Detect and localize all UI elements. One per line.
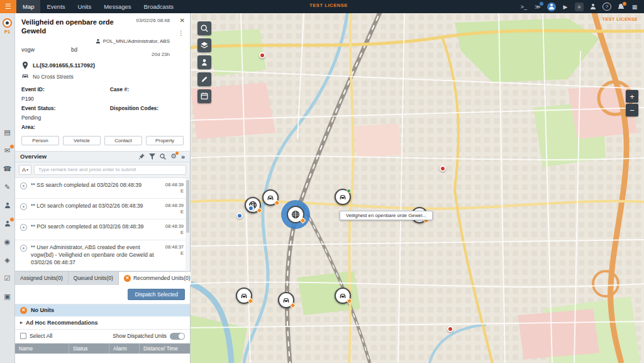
- scrollbar[interactable]: [186, 178, 190, 271]
- tab-queued-units[interactable]: Queued Units(0): [69, 272, 119, 285]
- map-timeline-icon[interactable]: [197, 89, 211, 103]
- unit-marker[interactable]: [262, 189, 279, 206]
- person-button[interactable]: Person: [21, 136, 59, 145]
- avatar-icon[interactable]: [547, 3, 556, 11]
- selected-event-marker[interactable]: [287, 206, 304, 223]
- show-dispatched-toggle[interactable]: [170, 333, 185, 340]
- filter-icon[interactable]: [149, 154, 155, 160]
- event-location[interactable]: LL(52.091655,5.117092): [33, 62, 95, 69]
- operator-name: POL_MNL/Administrator, ABS: [103, 38, 170, 44]
- map-canvas[interactable]: [191, 13, 644, 363]
- gear-icon[interactable]: ⚙: [170, 152, 177, 160]
- phone-icon[interactable]: ☎: [3, 164, 13, 173]
- attachments-icon[interactable]: ✎: [3, 182, 13, 191]
- unit-marker[interactable]: [278, 292, 294, 308]
- contacts-icon[interactable]: [3, 201, 13, 209]
- map[interactable]: + − TEST LICENSE Veiligheid en openbare …: [191, 13, 644, 363]
- tab-recommended-units[interactable]: ✕ Recommended Units(0): [119, 272, 196, 285]
- apps-grid-icon[interactable]: ▦: [630, 3, 639, 11]
- log-status-icon: [20, 203, 27, 210]
- map-search-icon[interactable]: [197, 21, 211, 35]
- incident-dot[interactable]: [259, 52, 265, 59]
- zoom-out-button[interactable]: −: [626, 104, 638, 116]
- tasks-icon[interactable]: ☑: [3, 274, 13, 282]
- stack-icon[interactable]: ≡: [575, 3, 584, 11]
- chevron-down-icon: ▾: [26, 167, 28, 172]
- nav-tab-events[interactable]: Events: [40, 0, 71, 13]
- log-entry[interactable]: ** SS search completed at 03/02/26 08:48…: [15, 178, 190, 199]
- unit-marker[interactable]: [335, 288, 351, 304]
- log-entry[interactable]: ** LOI search completed at 03/02/26 08:4…: [15, 199, 190, 220]
- select-all-checkbox[interactable]: [20, 333, 26, 339]
- event-status-value: Pending: [21, 113, 110, 122]
- map-layers-icon[interactable]: [197, 38, 211, 52]
- map-draw-icon[interactable]: [197, 72, 211, 86]
- expand-chevrons-icon[interactable]: »: [181, 153, 185, 160]
- show-dispatched-label: Show Dispatched Units: [113, 333, 167, 339]
- log-entry[interactable]: ** User Administrator, ABS created the e…: [15, 240, 190, 271]
- bell-shape: [618, 4, 624, 9]
- cross-streets: No Cross Streets: [33, 74, 74, 80]
- incident-dot[interactable]: [440, 165, 446, 172]
- add-user-icon[interactable]: [589, 3, 597, 11]
- duplicate-icon[interactable]: ▣: [3, 292, 13, 301]
- scrollbar-thumb[interactable]: [186, 180, 189, 233]
- contact-button[interactable]: Contact: [104, 136, 142, 145]
- personnel-icon[interactable]: [3, 219, 13, 228]
- log-entry[interactable]: ** POI search completed at 03/02/26 08:4…: [15, 220, 190, 240]
- property-button[interactable]: Property: [146, 136, 184, 145]
- poi-dot[interactable]: [236, 213, 243, 219]
- close-icon[interactable]: ✕: [180, 17, 185, 24]
- event-age: 20d 23h: [152, 52, 184, 57]
- person-icon: [549, 4, 555, 9]
- operator-icon: [96, 38, 100, 43]
- terminal-icon[interactable]: >_: [519, 3, 528, 11]
- event-title: Veiligheid en openbare orde Geweld: [21, 18, 122, 36]
- agency-logo-icon[interactable]: [3, 18, 12, 28]
- poi-dot[interactable]: [248, 205, 254, 211]
- unit-marker[interactable]: [335, 189, 351, 205]
- event-id-value: P190: [21, 94, 110, 103]
- font-label: A: [22, 167, 26, 173]
- incident-dot[interactable]: [447, 326, 453, 332]
- log-timestamp: 08:48:39E: [160, 203, 184, 215]
- vehicle-button[interactable]: Vehicle: [63, 136, 101, 145]
- location-icon[interactable]: ◉: [3, 237, 13, 246]
- tags-icon[interactable]: ◈: [3, 255, 13, 264]
- units-tab-bar: Assigned Units(0) Queued Units(0) ✕ Reco…: [15, 271, 190, 285]
- event-id-label: Event ID:: [21, 85, 110, 94]
- map-locate-person-icon[interactable]: [197, 55, 211, 69]
- event-panel: ✕ ⋮ Veiligheid en openbare orde Geweld 0…: [15, 13, 191, 363]
- pin-icon[interactable]: [138, 154, 145, 160]
- nav-tab-units[interactable]: Units: [72, 0, 98, 13]
- zoom-in-button[interactable]: +: [626, 90, 638, 103]
- font-style-button[interactable]: A ▾: [19, 165, 31, 175]
- event-modifier: bd: [71, 47, 77, 53]
- nav-tab-messages[interactable]: Messages: [97, 0, 137, 13]
- remark-input[interactable]: [34, 165, 186, 175]
- adhoc-recommendations-row[interactable]: ▸ Ad Hoc Recommendations: [15, 316, 190, 330]
- column-distance-time[interactable]: Distance/ Time: [140, 343, 190, 354]
- help-icon[interactable]: ?: [602, 3, 611, 11]
- column-status[interactable]: Status: [69, 343, 109, 354]
- search-icon[interactable]: [160, 154, 166, 160]
- chat-icon[interactable]: ✉: [3, 146, 13, 155]
- dispatch-row: Dispatch Selected: [15, 285, 190, 304]
- tab-assigned-units[interactable]: Assigned Units(0): [15, 272, 69, 285]
- hamburger-menu-icon[interactable]: ☰: [0, 0, 16, 13]
- unit-marker[interactable]: [236, 288, 252, 304]
- dispatch-selected-button[interactable]: Dispatch Selected: [128, 289, 185, 300]
- bell-icon[interactable]: [616, 3, 625, 11]
- fast-forward-icon[interactable]: ≫: [533, 3, 542, 11]
- left-rail: P1 ▤ ✉ ☎ ✎ ◉ ◈ ☑ ▣: [0, 13, 15, 363]
- column-name[interactable]: Name: [15, 343, 69, 354]
- more-options-icon[interactable]: ⋮: [178, 30, 184, 36]
- events-list-icon[interactable]: ▤: [3, 128, 13, 137]
- nav-tab-broadcasts[interactable]: Broadcasts: [138, 0, 180, 13]
- rail-icons: ▤ ✉ ☎ ✎ ◉ ◈ ☑ ▣: [3, 128, 13, 301]
- log-status-icon: [20, 224, 27, 231]
- megaphone-icon[interactable]: ▶: [561, 3, 570, 11]
- column-alarm[interactable]: Alarm: [109, 343, 140, 354]
- log-text: ** POI search completed at 03/02/26 08:4…: [31, 223, 156, 231]
- nav-tab-map[interactable]: Map: [16, 0, 40, 13]
